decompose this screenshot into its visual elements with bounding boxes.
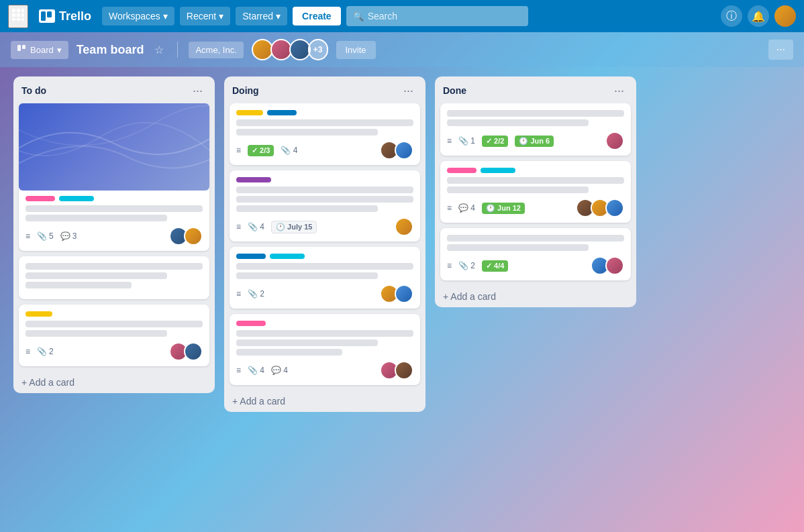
tag-blue — [236, 254, 266, 259]
menu-icon-meta: ≡ — [447, 261, 452, 270]
card-10[interactable]: ≡ 📎 2 ✓ 4/4 — [440, 228, 631, 280]
checklist-badge: ✓ 4/4 — [482, 260, 508, 272]
card-title — [447, 110, 624, 126]
card-footer: ≡ 📎 2 — [236, 284, 413, 303]
due-date-badge: 🕐 Jun 12 — [482, 203, 525, 214]
invite-button[interactable]: Invite — [336, 41, 376, 59]
column-doing-menu[interactable]: ··· — [399, 83, 417, 98]
column-todo-header: To do ··· — [13, 76, 215, 103]
attachment-meta: 📎 4 — [248, 366, 264, 375]
menu-icon-meta: ≡ — [26, 231, 30, 241]
workspace-button[interactable]: Acme, Inc. — [189, 42, 243, 58]
column-doing: Doing ··· ≡ ✓ 2/3 — [224, 76, 425, 412]
card-avatar-2 — [395, 284, 413, 303]
svg-rect-11 — [17, 45, 21, 51]
card-1[interactable]: ≡ 📎 5 💬 3 — [19, 103, 209, 251]
comment-meta: 💬 3 — [60, 231, 77, 241]
card-avatars — [380, 361, 413, 380]
column-done: Done ··· ≡ 📎 1 ✓ 2/2 🕐 Jun 6 — [435, 76, 636, 307]
card-avatar-3 — [605, 199, 624, 217]
card-footer: ≡ 📎 2 ✓ 4/4 — [447, 256, 624, 275]
card-3[interactable]: ≡ 📎 2 — [19, 305, 209, 366]
due-date-badge: 🕐 July 15 — [271, 221, 317, 233]
board-view-button[interactable]: Board ▾ — [11, 41, 68, 59]
svg-rect-9 — [41, 11, 46, 21]
menu-icon-meta: ≡ — [236, 289, 241, 299]
card-tags — [26, 196, 203, 201]
comment-meta: 💬 4 — [271, 366, 288, 375]
svg-rect-4 — [17, 13, 20, 17]
tag-cyan — [59, 196, 94, 201]
attachment-meta: 📎 1 — [458, 136, 475, 146]
card-title — [236, 330, 413, 356]
menu-icon-meta: ≡ — [236, 222, 241, 231]
starred-button[interactable]: Starred ▾ — [236, 7, 287, 25]
card-tags — [236, 177, 413, 182]
workspaces-button[interactable]: Workspaces ▾ — [102, 7, 174, 25]
card-title — [236, 119, 413, 136]
due-date-badge: 🕐 Jun 6 — [515, 136, 554, 147]
board-title: Team board — [77, 43, 144, 57]
svg-rect-8 — [21, 18, 24, 21]
trello-logo[interactable]: Trello — [34, 7, 97, 26]
column-done-menu[interactable]: ··· — [610, 83, 628, 98]
card-title — [26, 263, 203, 288]
card-5[interactable]: ≡ 📎 4 🕐 July 15 — [230, 170, 420, 242]
card-7[interactable]: ≡ 📎 4 💬 4 — [230, 314, 420, 385]
column-todo-cards: ≡ 📎 5 💬 3 — [13, 103, 215, 372]
tag-yellow — [236, 110, 263, 115]
grid-menu-button[interactable] — [8, 5, 28, 28]
user-avatar[interactable] — [774, 5, 796, 27]
add-card-button-doing[interactable]: + Add a card — [224, 390, 425, 412]
tag-pink — [26, 196, 55, 201]
card-tags — [236, 321, 413, 326]
svg-rect-3 — [12, 13, 15, 17]
add-card-button-todo[interactable]: + Add a card — [13, 372, 215, 393]
menu-icon-meta: ≡ — [236, 146, 241, 155]
attachment-meta: 📎 4 — [248, 222, 264, 231]
tag-cyan — [481, 168, 515, 173]
card-4[interactable]: ≡ ✓ 2/3 📎 4 — [230, 103, 420, 165]
card-meta: ≡ 📎 4 🕐 July 15 — [236, 221, 317, 233]
checklist-badge: ✓ 2/3 — [248, 145, 274, 156]
member-count[interactable]: +3 — [308, 39, 328, 60]
notifications-button[interactable]: 🔔 — [748, 5, 769, 27]
card-avatar-2 — [184, 342, 203, 361]
attachment-meta: 📎 2 — [37, 347, 54, 356]
create-button[interactable]: Create — [293, 7, 341, 25]
info-button[interactable]: ⓘ — [721, 5, 742, 27]
search-container: 🔍 — [346, 6, 528, 26]
card-9[interactable]: ≡ 💬 4 🕐 Jun 12 — [440, 161, 631, 223]
chevron-down-icon: ▾ — [57, 45, 62, 55]
card-avatar-2 — [184, 227, 203, 246]
board-more-button[interactable]: ··· — [768, 40, 793, 60]
column-done-title: Done — [443, 85, 466, 96]
svg-rect-0 — [12, 9, 15, 12]
attachment-meta: 📎 2 — [458, 261, 475, 270]
card-tags — [236, 254, 413, 259]
recent-button[interactable]: Recent ▾ — [180, 7, 230, 25]
trello-logo-icon — [39, 9, 55, 23]
card-title — [26, 205, 203, 221]
card-8[interactable]: ≡ 📎 1 ✓ 2/2 🕐 Jun 6 — [440, 103, 631, 156]
card-meta: ≡ 📎 2 ✓ 4/4 — [447, 260, 508, 272]
card-title — [447, 235, 624, 251]
card-6[interactable]: ≡ 📎 2 — [230, 247, 420, 309]
svg-rect-2 — [21, 9, 24, 12]
column-todo-menu[interactable]: ··· — [189, 83, 207, 98]
card-avatars — [169, 342, 203, 361]
card-meta: ≡ 📎 2 — [26, 347, 54, 356]
card-tags — [26, 311, 203, 317]
card-avatar-1 — [605, 131, 624, 150]
card-avatar-2 — [395, 361, 413, 380]
search-input[interactable] — [346, 6, 528, 26]
add-card-button-done[interactable]: + Add a card — [435, 286, 636, 307]
card-avatars — [576, 199, 624, 217]
comment-icon: 💬 — [60, 231, 70, 241]
search-icon: 🔍 — [353, 11, 364, 21]
card-2[interactable] — [19, 256, 209, 299]
card-title — [236, 187, 413, 212]
star-button[interactable]: ☆ — [152, 41, 166, 59]
column-doing-title: Doing — [232, 85, 259, 96]
card-avatar-2 — [395, 141, 413, 160]
